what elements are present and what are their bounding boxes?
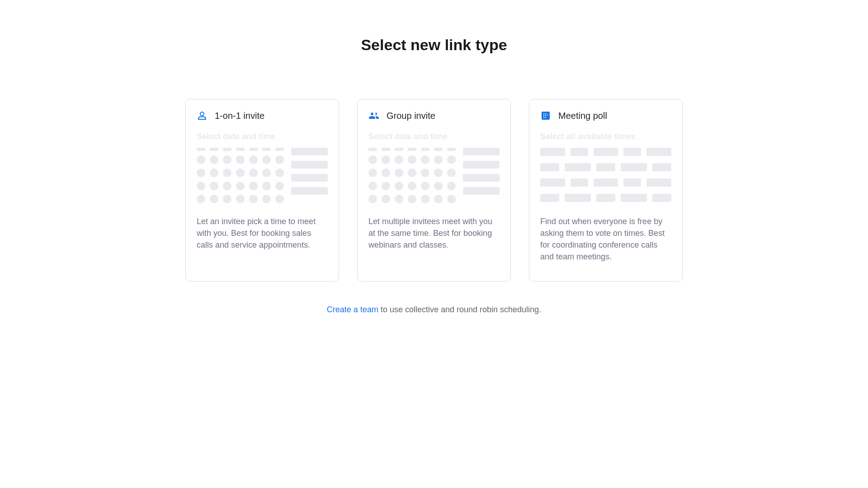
card-title-group: Group invite [387,111,435,121]
calendar-preview-group [368,148,500,206]
poll-preview-box [540,148,671,206]
person-icon [197,110,208,121]
card-title-one-on-one: 1-on-1 invite [215,111,264,121]
create-team-link[interactable]: Create a team [327,305,378,314]
footer-text: Create a team to use collective and roun… [327,305,541,314]
card-meeting-poll[interactable]: Meeting poll Select all available times … [529,99,683,282]
preview-label-group: Select date and time [368,132,500,141]
footer-rest: to use collective and round robin schedu… [378,305,541,314]
card-description-poll: Find out when everyone is free by asking… [540,216,671,263]
card-header: 1-on-1 invite [197,110,328,121]
card-title-poll: Meeting poll [558,111,607,121]
calendar-preview [197,148,328,206]
card-header: Meeting poll [540,110,671,121]
people-icon [368,110,379,121]
poll-icon [540,110,551,121]
preview-label-poll: Select all available times [540,132,671,141]
preview-label-one-on-one: Select date and time [197,132,328,141]
page-title: Select new link type [361,36,507,54]
card-description-group: Let multiple invitees meet with you at t… [368,216,500,251]
card-one-on-one[interactable]: 1-on-1 invite Select date and time Le [185,99,339,282]
link-type-cards: 1-on-1 invite Select date and time Le [185,99,683,282]
card-description-one-on-one: Let an invitee pick a time to meet with … [197,216,328,251]
card-header: Group invite [368,110,500,121]
card-group-invite[interactable]: Group invite Select date and time Let [357,99,511,282]
